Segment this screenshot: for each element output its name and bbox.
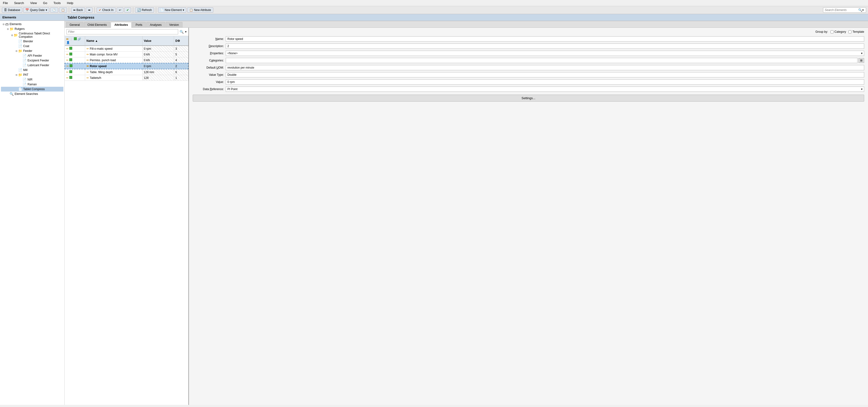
checkin-button[interactable]: ✔ Check In [97, 7, 116, 13]
filter-dropdown-icon[interactable]: ▾ [185, 30, 187, 33]
green-square-icon [69, 70, 72, 73]
checkmark-button[interactable]: ✔ [124, 7, 131, 13]
tree-expand-feeder[interactable]: ⊟ [15, 49, 18, 53]
clock-icon: 🕐 [52, 8, 56, 12]
tree-label-feeder: Feeder [23, 49, 32, 53]
table-row[interactable]: ✏ ✏Rotor speed0 rpm2 [65, 63, 188, 69]
main-layout: Elements ⊟🗃Elements⊟📁Rutgers⊟📁Continuous… [0, 14, 868, 405]
copy-button[interactable]: 📋 [59, 7, 67, 13]
name-value[interactable]: Rotor speed [226, 36, 864, 42]
table-row[interactable]: ✏ ✏Tablets/h1281 [65, 75, 188, 81]
tree-expand-continuous[interactable]: ⊟ [10, 34, 13, 37]
template-checkbox[interactable] [848, 30, 851, 33]
forward-button[interactable]: ➡ [86, 7, 93, 13]
sidebar-item-mill[interactable]: 📄Mill [1, 68, 63, 72]
properties-field-row: Properties: <None> ▾ [193, 51, 864, 56]
sidebar-item-elements-root[interactable]: ⊟🗃Elements [1, 22, 63, 27]
table-row[interactable]: ✏ ✏Fill-o-matic speed0 rpm3 [65, 46, 188, 52]
sidebar-item-excipient-feeder[interactable]: 📄Excipient Feeder [1, 58, 63, 63]
filter-input[interactable] [66, 29, 178, 34]
tree-icon-blender: 📄 [18, 39, 22, 43]
sidebar-item-nir[interactable]: 📄NIR [1, 77, 63, 82]
green-square-icon [69, 47, 72, 50]
categories-input[interactable] [226, 58, 858, 63]
sidebar-item-api-feeder[interactable]: 📄API Feeder [1, 53, 63, 58]
description-value[interactable]: 2 [226, 43, 864, 49]
sidebar-item-lubricant-feeder[interactable]: 📄Lubricant Feeder [1, 63, 63, 68]
tree-icon-pat: 📁 [18, 73, 22, 77]
search-icon[interactable]: 🔍 [858, 8, 862, 12]
value-type-value[interactable]: Double [226, 72, 864, 77]
tree-label-mill: Mill [23, 68, 28, 72]
tree-expand-pat[interactable]: ⊟ [15, 73, 18, 76]
person-icon: 👤 [66, 41, 70, 44]
edit-pencil-icon: ✏ [66, 47, 69, 50]
sidebar-item-pat[interactable]: ⊟📁PAT [1, 72, 63, 77]
search-dropdown-icon[interactable]: ▾ [862, 8, 864, 12]
tab-analyses[interactable]: Analyses [146, 22, 165, 28]
edit-icon: ✏ [66, 37, 69, 41]
table-row[interactable]: ✏ ✏Table. filling depth128 mm6 [65, 69, 188, 75]
sidebar-item-blender[interactable]: 📄Blender [1, 39, 63, 44]
tab-ports[interactable]: Ports [132, 22, 146, 28]
row-value-cell: 0 kN [142, 52, 174, 57]
new-attribute-button[interactable]: 📋 New Attribute [187, 7, 213, 13]
sidebar-item-continuous[interactable]: ⊟📁Continuous Tabelt Direct Compation [1, 31, 63, 39]
row-icons-cell: ✏ [65, 75, 85, 81]
tree-expand-rutgers[interactable]: ⊟ [6, 28, 9, 31]
settings-button[interactable]: Settings... [193, 95, 864, 102]
row-value-cell: 128 [142, 75, 174, 81]
menu-tools[interactable]: Tools [52, 1, 61, 5]
clock-button[interactable]: 🕐 [50, 7, 58, 13]
category-checkbox[interactable] [831, 30, 834, 33]
forward-icon: ➡ [88, 8, 90, 12]
tab-attributes[interactable]: Attributes [111, 22, 131, 28]
filter-search-icon[interactable]: 🔍 [180, 30, 184, 34]
table-row[interactable]: ✏ ✏Permiss. punch load0 kN4 [65, 57, 188, 63]
search-elements-input[interactable] [825, 8, 858, 12]
group-by-row: Group by: Category Template [193, 30, 864, 33]
properties-value[interactable]: <None> ▾ [226, 51, 864, 56]
default-uom-value[interactable]: revolution per minute [226, 65, 864, 70]
data-reference-dropdown-icon: ▾ [861, 88, 863, 91]
properties-dropdown-icon: ▾ [861, 52, 863, 55]
new-element-icon: 📄 [160, 8, 164, 12]
tree-expand-elements-root[interactable]: ⊟ [2, 23, 5, 26]
tree-icon-api-feeder: 📄 [23, 54, 27, 58]
menu-go[interactable]: Go [42, 1, 48, 5]
sidebar-item-tablet-compress[interactable]: 📄Tablet Compress [1, 87, 63, 92]
tree-label-api-feeder: API Feeder [28, 54, 42, 57]
sidebar-item-feeder[interactable]: ⊟📁Feeder [1, 48, 63, 53]
database-button[interactable]: 🗄 Database [2, 7, 22, 13]
properties-label: Properties: [193, 52, 224, 55]
tab-version[interactable]: Version [166, 22, 182, 28]
edit-pencil-icon: ✏ [66, 76, 69, 79]
menu-help[interactable]: Help [66, 1, 74, 5]
filter-row: 🔍 ▾ [65, 28, 188, 36]
table-row[interactable]: ✏ ✏Main compr. force MV0 kN5 [65, 52, 188, 57]
menu-view[interactable]: View [29, 1, 38, 5]
tab-general[interactable]: General [66, 22, 84, 28]
row-name-icon: ✏ [87, 59, 89, 62]
data-reference-value[interactable]: PI Point ▾ [226, 87, 864, 92]
sidebar-item-element-searches[interactable]: 🔍Element Searches [1, 92, 63, 96]
value-value[interactable]: 0 rpm [226, 79, 864, 84]
categories-browse-button[interactable]: ⊞ [859, 58, 864, 63]
query-date-button[interactable]: 📅 Query Date ▾ [23, 7, 49, 13]
refresh-button[interactable]: 🔄 Refresh [135, 7, 154, 13]
row-value-cell: 0 rpm [142, 46, 174, 52]
tree-label-rutgers: Rutgers [14, 27, 25, 31]
new-element-button[interactable]: 📄 New Element ▾ [158, 7, 186, 13]
back-button[interactable]: ⬅ Back [71, 7, 85, 13]
sidebar-item-rutgers[interactable]: ⊟📁Rutgers [1, 27, 63, 31]
sidebar-item-raman[interactable]: 📄Raman [1, 82, 63, 87]
tree-icon-coat: 📄 [18, 44, 22, 48]
row-d-cell: 4 [174, 57, 188, 63]
elements-tree: ⊟🗃Elements⊟📁Rutgers⊟📁Continuous Tabelt D… [0, 21, 64, 405]
sidebar-item-coat[interactable]: 📄Coat [1, 44, 63, 48]
undo-button[interactable]: ↩ [117, 7, 123, 13]
tab-child-elements[interactable]: Child Elements [84, 22, 111, 28]
menu-file[interactable]: File [2, 1, 9, 5]
attributes-table: ✏ ❕ 🔗 👤 Name ▲ Value D⚙ [65, 36, 188, 405]
menu-search[interactable]: Search [13, 1, 25, 5]
